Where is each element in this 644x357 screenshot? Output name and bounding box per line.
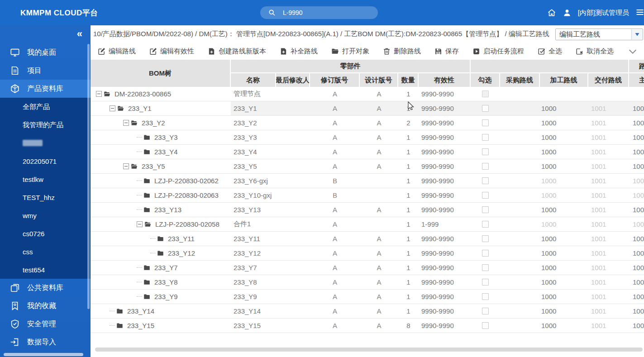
toolbar-button[interactable]: 保存 — [434, 47, 459, 56]
toolbar-button[interactable]: 删除路线 — [383, 47, 421, 56]
row-checkbox[interactable] — [482, 177, 489, 184]
tree-collapse-toggle[interactable] — [96, 91, 102, 97]
sidebar-collapse-button[interactable]: « — [77, 29, 82, 39]
tree-node-label[interactable]: 233_Y8 — [154, 278, 178, 286]
tree-node-label[interactable]: 233_Y15 — [127, 322, 154, 329]
bom-tree-cell: 233_Y7 — [91, 261, 231, 275]
sidebar-item[interactable]: 产品资料库 — [0, 80, 91, 98]
row-checkbox[interactable] — [482, 322, 489, 329]
tree-node-label[interactable]: 233_Y11 — [168, 235, 195, 243]
sidebar-item[interactable]: css — [0, 243, 91, 261]
sidebar-item[interactable]: 我管理的产品 — [0, 116, 91, 134]
global-search[interactable] — [260, 6, 378, 19]
table-row[interactable]: 233_Y12 233_Y12 A A 1 9990-9990 1000 100… — [91, 246, 644, 261]
toolbar-button[interactable]: 启动任务流程 — [472, 47, 524, 56]
view-select[interactable]: 编辑工艺路线 — [555, 29, 643, 40]
hamburger-menu-icon[interactable] — [635, 8, 644, 18]
table-row[interactable]: 233_Y4 233_Y4 A A 1 9990-9990 1000 1001 … — [91, 145, 644, 159]
table-row[interactable]: DM-220823-00865 管理节点 A A 1 9990-9990 — [91, 87, 644, 101]
row-checkbox[interactable] — [482, 90, 489, 97]
table-row[interactable]: 233_Y13 233_Y13 A A 1 9990-9990 1000 100… — [91, 203, 644, 217]
sidebar-item[interactable]: 我的收藏 — [0, 297, 91, 315]
tree-node-label[interactable]: 233_Y5 — [142, 162, 165, 170]
row-checkbox[interactable] — [482, 221, 489, 228]
tree-collapse-toggle[interactable] — [137, 221, 143, 227]
row-checkbox[interactable] — [482, 134, 489, 141]
table-row[interactable]: LZJ-P-220830-02063 233_Y10-gxj B 1 9990-… — [91, 188, 644, 203]
row-checkbox[interactable] — [482, 163, 489, 170]
toolbar-button[interactable]: 打开对象 — [331, 47, 369, 56]
user-icon[interactable] — [563, 8, 572, 17]
sidebar-item[interactable]: 全部产品 — [0, 98, 91, 116]
table-row[interactable]: LZJ-P-220830-02058 合件1 A 1 1-999 1000 10… — [91, 217, 644, 232]
row-checkbox[interactable] — [482, 235, 489, 242]
sidebar-item[interactable] — [0, 134, 91, 152]
table-row[interactable]: LZJ-P-220830-02062 233_Y6-gxj B 1 9990-9… — [91, 174, 644, 188]
row-checkbox[interactable] — [482, 250, 489, 257]
sidebar-item[interactable]: test654 — [0, 261, 91, 279]
toolbar-button[interactable]: 补全路线 — [280, 47, 318, 56]
caret-down-icon[interactable] — [631, 29, 642, 39]
tree-node-label[interactable]: DM-220823-00865 — [114, 90, 171, 98]
folder-icon — [143, 279, 151, 286]
table-row[interactable]: 233_Y7 233_Y7 A A 1 9990-9990 1000 1001 … — [91, 261, 644, 275]
tree-node-label[interactable]: 233_Y12 — [168, 249, 195, 257]
sidebar-item[interactable]: 安全管理 — [0, 315, 91, 333]
toolbar-button[interactable]: 全选 — [538, 47, 562, 56]
table-row[interactable]: 233_Y5 233_Y5 A A 1 9990-9990 1000 1001 … — [91, 159, 644, 174]
table-row[interactable]: 233_Y9 233_Y9 A A 1 9990-9990 1000 1001 … — [91, 290, 644, 304]
row-checkbox[interactable] — [482, 206, 489, 213]
sidebar-item[interactable]: TEST_hhz — [0, 188, 91, 206]
tree-collapse-toggle[interactable] — [123, 163, 129, 169]
sidebar-item[interactable]: testlkw — [0, 170, 91, 188]
row-checkbox[interactable] — [482, 293, 489, 300]
table-row[interactable]: 233_Y1 233_Y1 A A 1 9990-9990 1000 1001 … — [91, 101, 644, 116]
toolbar-button[interactable]: 取消全选 — [576, 47, 614, 56]
row-checkbox[interactable] — [482, 105, 489, 112]
tree-collapse-toggle[interactable] — [110, 105, 115, 111]
tree-node-label[interactable]: 233_Y1 — [128, 105, 152, 112]
tree-node-label[interactable]: LZJ-P-220830-02063 — [154, 191, 219, 199]
row-checkbox[interactable] — [482, 119, 489, 126]
toolbar-button[interactable]: 编辑有效性 — [149, 47, 194, 56]
tree-node-label[interactable]: 233_Y14 — [127, 307, 154, 315]
tree-node-label[interactable]: 233_Y2 — [142, 119, 165, 127]
tree-node-label[interactable]: 233_Y13 — [154, 206, 181, 214]
table-row[interactable]: 233_Y8 233_Y8 A A 1 9990-9990 1000 1001 … — [91, 275, 644, 290]
edit-icon — [149, 48, 157, 55]
search-input[interactable] — [283, 9, 364, 16]
validity-cell: 9990-9990 — [419, 130, 471, 144]
tree-node-label[interactable]: LZJ-P-220830-02062 — [154, 177, 219, 185]
tree-node-label[interactable]: 233_Y9 — [154, 293, 178, 300]
row-checkbox[interactable] — [482, 264, 489, 271]
sidebar-vertical-scrollbar[interactable] — [87, 44, 90, 309]
sidebar-item[interactable]: 公共资料库 — [0, 279, 91, 297]
row-checkbox[interactable] — [482, 148, 489, 155]
row-checkbox[interactable] — [482, 279, 489, 286]
sidebar-item[interactable]: 202205071 — [0, 152, 91, 170]
sidebar-horizontal-scrollbar[interactable] — [4, 353, 83, 356]
sidebar-item-label: 我管理的产品 — [23, 121, 63, 129]
tree-node-label[interactable]: LZJ-P-220830-02058 — [155, 220, 219, 228]
table-horizontal-scrollbar[interactable] — [95, 347, 643, 352]
table-row[interactable]: 233_Y3 233_Y3 A A 1 9990-9990 1000 1001 … — [91, 130, 644, 145]
table-row[interactable]: 233_Y14 233_Y14 A A 1 9990-9990 1000 100… — [91, 304, 644, 319]
row-checkbox[interactable] — [482, 308, 489, 314]
toolbar-collapse-icon[interactable] — [628, 47, 638, 57]
sidebar-item[interactable]: 项目 — [0, 62, 91, 80]
table-row[interactable]: 233_Y11 233_Y11 A A 1 9990-9990 1000 100… — [91, 232, 644, 246]
tree-node-label[interactable]: 233_Y4 — [154, 148, 178, 156]
toolbar-button[interactable]: 编辑路线 — [98, 47, 136, 56]
table-row[interactable]: 233_Y2 233_Y2 A A 2 9990-9990 1000 1001 … — [91, 116, 644, 130]
tree-node-label[interactable]: 233_Y3 — [154, 133, 178, 141]
tree-node-label[interactable]: 233_Y7 — [154, 264, 178, 271]
tree-collapse-toggle[interactable] — [123, 120, 129, 126]
sidebar-item[interactable]: cs0726 — [0, 224, 91, 243]
toolbar-button[interactable]: 创建路线新版本 — [208, 47, 266, 56]
row-checkbox[interactable] — [482, 192, 489, 199]
sidebar-item[interactable]: 数据导入 — [0, 333, 91, 351]
sidebar-item[interactable]: wmy — [0, 206, 91, 224]
home-icon[interactable] — [547, 8, 556, 17]
sidebar-item[interactable]: 我的桌面 — [0, 43, 91, 62]
table-row[interactable]: 233_Y15 233_Y15 A A 8 9990-9990 1000 100… — [91, 319, 644, 333]
